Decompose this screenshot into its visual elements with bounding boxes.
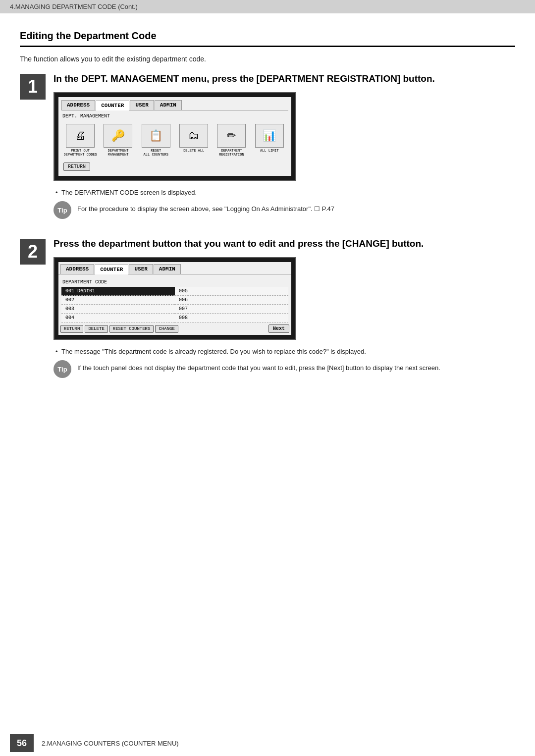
tip-1-label: Tip: [57, 207, 67, 214]
page-footer: 56 2.MANAGING COUNTERS (COUNTER MENU): [0, 730, 535, 756]
dept-mgmt-label: DEPARTMENTMANAGEMENT: [107, 149, 128, 157]
tab-bar-1: ADDRESS COUNTER USER ADMIN: [61, 100, 288, 110]
tab-counter-2[interactable]: COUNTER: [95, 265, 128, 274]
tab-admin-1[interactable]: ADMIN: [155, 100, 182, 110]
step-1-bullet: The DEPARTMENT CODE screen is displayed.: [54, 189, 515, 196]
tab-address-2[interactable]: ADDRESS: [60, 264, 94, 274]
delete-button[interactable]: DELETE: [85, 325, 107, 333]
dept-row-2-left[interactable]: 002: [61, 296, 175, 305]
table-row[interactable]: 004 008: [61, 314, 288, 323]
tip-1: Tip For the procedure to display the scr…: [54, 201, 515, 219]
tab-address-1[interactable]: ADDRESS: [61, 100, 95, 110]
tip-2-badge: Tip: [54, 360, 71, 378]
tip-1-text: For the procedure to display the screen …: [77, 201, 334, 213]
screen-1-label: DEPT. MANAGEMENT: [61, 112, 288, 121]
delete-all-label: DELETE ALL: [183, 149, 204, 153]
icon-print-out[interactable]: 🖨 PRINT OUTDEPARTMENT CODES: [63, 124, 97, 157]
step-2-block: 2 Press the department button that you w…: [20, 238, 515, 385]
tip-1-badge: Tip: [54, 201, 71, 219]
dept-code-table: 001 Dept01 005 002 006 003 007: [61, 287, 288, 323]
screen-2-outer: ADDRESS COUNTER USER ADMIN DEPARTMENT CO…: [54, 257, 296, 340]
screen-2-label: DEPARTMENT CODE: [61, 278, 288, 287]
screen-mockup-2: ADDRESS COUNTER USER ADMIN DEPARTMENT CO…: [54, 257, 515, 345]
tip-2: Tip If the touch panel does not display …: [54, 360, 515, 378]
return-button-2[interactable]: RETURN: [60, 325, 83, 333]
step-2-title: Press the department button that you wan…: [54, 238, 515, 250]
step-1-title: In the DEPT. MANAGEMENT menu, press the …: [54, 73, 515, 85]
step-2-content: Press the department button that you wan…: [54, 238, 515, 385]
dept-mgmt-icon: 🔑: [104, 124, 132, 148]
dept-row-1-right[interactable]: 005: [175, 287, 288, 296]
step-1-block: 1 In the DEPT. MANAGEMENT menu, press th…: [20, 73, 515, 226]
screen-mockup-1: ADDRESS COUNTER USER ADMIN DEPT. MANAGEM…: [54, 92, 515, 186]
footer-text: 2.MANAGING COUNTERS (COUNTER MENU): [42, 740, 179, 747]
tab-admin-2[interactable]: ADMIN: [154, 264, 181, 274]
change-button[interactable]: CHANGE: [155, 325, 178, 333]
reset-counters-icon: 📋: [142, 124, 170, 148]
step-1-content: In the DEPT. MANAGEMENT menu, press the …: [54, 73, 515, 226]
bottom-btn-bar: RETURN DELETE RESET COUNTERS CHANGE Next: [58, 323, 291, 335]
screen-1-inner: ADDRESS COUNTER USER ADMIN DEPT. MANAGEM…: [58, 97, 291, 176]
tab-bar-2: ADDRESS COUNTER USER ADMIN: [58, 262, 291, 274]
section-title: Editing the Department Code: [20, 30, 515, 42]
dept-reg-label: DEPARTMENTREGISTRATION: [219, 149, 244, 157]
return-button-1[interactable]: RETURN: [63, 162, 90, 171]
top-bar: 4.MANAGING DEPARTMENT CODE (Cont.): [0, 0, 535, 13]
dept-row-3-right[interactable]: 007: [175, 305, 288, 314]
icon-all-limit[interactable]: 📊 ALL LIMIT: [253, 124, 286, 157]
tab-user-2[interactable]: USER: [129, 264, 153, 274]
dept-row-2-right[interactable]: 006: [175, 296, 288, 305]
icons-row-1: 🖨 PRINT OUTDEPARTMENT CODES 🔑 DEPARTMENT…: [61, 121, 288, 160]
table-row[interactable]: 001 Dept01 005: [61, 287, 288, 296]
all-limit-label: ALL LIMIT: [260, 149, 279, 153]
tab-counter-1[interactable]: COUNTER: [96, 101, 129, 110]
dept-row-1-left[interactable]: 001 Dept01: [61, 287, 175, 296]
step-2-bullet: The message "This department code is alr…: [54, 348, 515, 355]
icon-reset-counters[interactable]: 📋 RESETALL COUNTERS: [139, 124, 173, 157]
dept-row-3-left[interactable]: 003: [61, 305, 175, 314]
section-description: The function allows you to edit the exis…: [20, 55, 515, 63]
icon-delete-all[interactable]: 🗂 DELETE ALL: [177, 124, 211, 157]
page-number: 56: [10, 734, 34, 752]
icon-dept-registration[interactable]: ✏ DEPARTMENTREGISTRATION: [214, 124, 248, 157]
all-limit-icon: 📊: [255, 124, 284, 148]
table-row[interactable]: 003 007: [61, 305, 288, 314]
table-row[interactable]: 002 006: [61, 296, 288, 305]
print-out-icon: 🖨: [66, 124, 95, 148]
print-out-label: PRINT OUTDEPARTMENT CODES: [64, 149, 97, 157]
screen-1-outer: ADDRESS COUNTER USER ADMIN DEPT. MANAGEM…: [54, 92, 296, 181]
return-area-1: RETURN: [61, 160, 288, 173]
section-heading: Editing the Department Code: [20, 23, 515, 47]
dept-reg-icon: ✏: [217, 124, 246, 148]
screen-2-inner: ADDRESS COUNTER USER ADMIN DEPARTMENT CO…: [58, 262, 291, 335]
tip-2-label: Tip: [57, 366, 67, 373]
reset-counters-button[interactable]: RESET COUNTERS: [109, 325, 154, 333]
dept-row-4-left[interactable]: 004: [61, 314, 175, 323]
delete-all-icon: 🗂: [179, 124, 208, 148]
icon-department-mgmt[interactable]: 🔑 DEPARTMENTMANAGEMENT: [101, 124, 135, 157]
next-button[interactable]: Next: [268, 324, 289, 333]
dept-row-4-right[interactable]: 008: [175, 314, 288, 323]
reset-counters-label: RESETALL COUNTERS: [144, 149, 168, 157]
tip-2-text: If the touch panel does not display the …: [77, 360, 440, 372]
tab-user-1[interactable]: USER: [130, 100, 154, 110]
step-1-number: 1: [20, 74, 46, 100]
step-2-number: 2: [20, 239, 46, 265]
top-bar-label: 4.MANAGING DEPARTMENT CODE (Cont.): [10, 3, 138, 10]
